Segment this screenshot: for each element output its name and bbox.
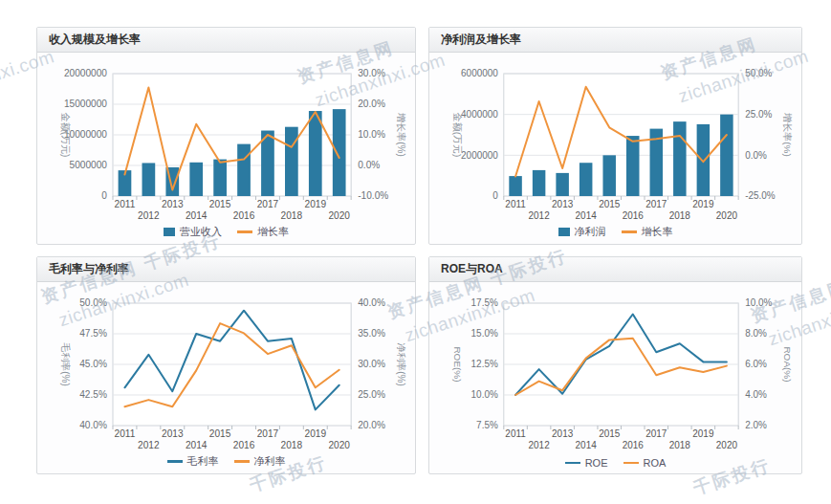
y-axis-tick-left: 50.0% (79, 298, 107, 309)
y-axis-tick-right: 10.0% (358, 130, 385, 141)
y-axis-tick-left: 17.5% (471, 297, 498, 308)
y-axis-tick-left: 0 (101, 191, 107, 202)
y-axis-tick-left: 20000000 (64, 69, 107, 79)
legend-label: 净利润 (575, 225, 606, 239)
y-axis-tick-left: 7.5% (476, 420, 498, 430)
y-axis-tick-left: 10.0% (471, 389, 498, 400)
x-axis-label: 2011 (505, 428, 526, 439)
roe-roa-chart: 7.5%10.0%12.5%15.0%17.5%2.0%4.0%6.0%8.0%… (429, 282, 801, 450)
x-axis-label: 2020 (328, 211, 350, 221)
y-axis-tick-left: 15000000 (64, 99, 107, 110)
x-axis-label: 2015 (209, 200, 231, 210)
y-axis-title-left: 金额(万元) (452, 112, 463, 158)
chart-title: 净利润及增长率 (429, 28, 801, 53)
legend-label: 增长率 (257, 225, 289, 239)
chart-title: 毛利率与净利率 (37, 257, 415, 282)
legend-item[interactable]: ROE (565, 457, 608, 469)
x-axis-label: 2012 (138, 211, 160, 221)
x-axis-label: 2018 (281, 441, 303, 450)
x-axis-label: 2018 (281, 211, 303, 221)
x-axis-label: 2017 (257, 429, 279, 440)
y-axis-title-right: 增长率(%) (396, 112, 406, 156)
x-axis-label: 2019 (305, 429, 327, 440)
y-axis-tick-left: 6000000 (461, 68, 498, 78)
x-axis-label: 2012 (529, 440, 551, 450)
x-axis-label: 2020 (328, 441, 350, 450)
bar (697, 124, 710, 196)
chart-panel-margins: 毛利率与净利率 40.0%42.5%45.0%47.5%50.0%20.0%25… (36, 256, 416, 474)
chart-panel-roe-roa: ROE与ROA 7.5%10.0%12.5%15.0%17.5%2.0%4.0%… (428, 256, 802, 474)
x-axis-label: 2013 (162, 429, 184, 440)
x-axis-label: 2017 (645, 199, 667, 209)
y-axis-title-right: 净利率(%) (396, 342, 406, 385)
x-axis-label: 2019 (305, 200, 327, 210)
legend-item[interactable]: 净利率 (234, 454, 286, 469)
x-axis-label: 2014 (186, 441, 208, 450)
y-axis-title-left: 金额(万元) (60, 112, 71, 158)
x-axis-label: 2014 (186, 211, 208, 221)
x-axis-label: 2016 (233, 211, 255, 221)
x-axis-label: 2015 (209, 429, 231, 440)
x-axis-label: 2020 (716, 210, 738, 221)
x-axis-label: 2014 (576, 210, 598, 221)
y-axis-tick-right: 2.0% (745, 420, 767, 430)
y-axis-tick-right: -10.0% (358, 191, 388, 202)
y-axis-tick-right: 25.0% (358, 390, 385, 401)
y-axis-tick-left: 15.0% (471, 328, 498, 339)
y-axis-tick-left: 5000000 (70, 161, 108, 171)
x-axis-label: 2016 (623, 440, 645, 450)
bar (142, 163, 156, 196)
bar (237, 144, 251, 196)
chart-legend: ROEROA (429, 457, 801, 469)
x-axis-label: 2013 (552, 428, 574, 439)
x-axis-label: 2018 (669, 210, 691, 221)
bar (556, 173, 568, 196)
x-axis-label: 2011 (505, 199, 526, 209)
x-axis-label: 2013 (162, 200, 184, 210)
legend-label: 营业收入 (180, 225, 222, 239)
y-axis-tick-right: 35.0% (358, 329, 385, 340)
chart-panel-net-profit: 净利润及增长率 0200000040000006000000-25.0%0.0%… (428, 27, 802, 245)
y-axis-tick-right: 40.0% (358, 298, 385, 309)
x-axis-label: 2011 (115, 200, 136, 210)
legend-item[interactable]: 增长率 (622, 225, 673, 239)
y-axis-tick-right: 20.0% (358, 421, 385, 431)
margin-chart: 40.0%42.5%45.0%47.5%50.0%20.0%25.0%30.0%… (37, 282, 415, 450)
y-axis-tick-right: 20.0% (358, 99, 385, 110)
legend-item[interactable]: 营业收入 (164, 225, 222, 239)
chart-legend: 营业收入增长率 (37, 225, 415, 239)
legend-item[interactable]: 毛利率 (167, 454, 219, 469)
x-axis-label: 2017 (645, 428, 667, 439)
bar (309, 111, 322, 196)
y-axis-tick-left: 42.5% (79, 390, 107, 401)
y-axis-title-right: 增长率(%) (782, 112, 793, 156)
x-axis-label: 2018 (669, 440, 691, 450)
legend-bar-swatch (164, 228, 175, 236)
legend-item[interactable]: 增长率 (237, 225, 289, 239)
bar (213, 160, 227, 196)
y-axis-tick-left: 0 (492, 190, 498, 201)
y-axis-tick-left: 40.0% (79, 421, 107, 431)
legend-item[interactable]: 净利润 (558, 225, 606, 239)
legend-label: ROA (644, 457, 667, 469)
y-axis-title-right: ROA(%) (782, 346, 793, 382)
y-axis-tick-right: 30.0% (358, 69, 385, 79)
legend-label: ROE (585, 457, 608, 469)
legend-line-swatch (167, 460, 183, 463)
revenue-growth-chart: 05000000100000001500000020000000-10.0%0.… (37, 53, 415, 221)
bar (602, 155, 615, 196)
bar (673, 121, 686, 196)
legend-label: 增长率 (642, 225, 673, 239)
legend-item[interactable]: ROA (623, 457, 667, 469)
legend-line-swatch (565, 462, 580, 465)
x-axis-label: 2012 (138, 441, 160, 450)
chart-legend: 毛利率净利率 (37, 454, 415, 469)
bar (509, 176, 521, 196)
legend-label: 净利率 (254, 454, 286, 469)
chart-title: 收入规模及增长率 (37, 28, 415, 53)
y-axis-tick-left: 45.0% (79, 360, 107, 370)
legend-label: 毛利率 (187, 454, 219, 469)
bar (285, 127, 298, 196)
y-axis-tick-left: 4000000 (461, 109, 498, 120)
x-axis-label: 2012 (529, 210, 551, 221)
